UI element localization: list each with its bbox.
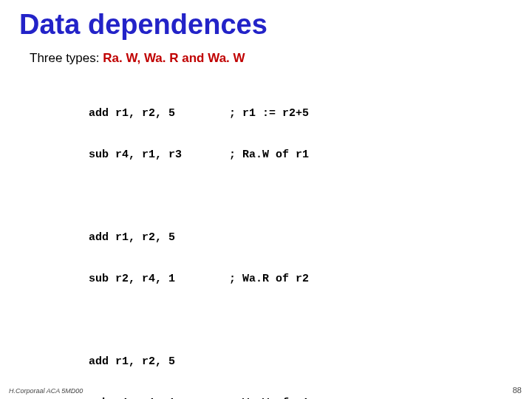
code-comment: ; r1 := r2+5: [229, 107, 309, 121]
code-line: add r1, r2, 5; r1 := r2+5: [89, 107, 517, 121]
code-instr: add r1, r2, 5: [89, 355, 229, 369]
code-comment: ; Wa.R of r2: [229, 273, 309, 287]
code-line: add r1, r2, 5: [89, 231, 517, 245]
code-block-3: add r1, r2, 5 sub r1, r1, 1; Wa.W of r1: [89, 327, 517, 399]
subtitle-types: Ra. W, Wa. R and Wa. W: [103, 51, 245, 65]
code-instr: sub r2, r4, 1: [89, 273, 229, 287]
code-instr: add r1, r2, 5: [89, 107, 229, 121]
subtitle-prefix: Three types:: [30, 51, 103, 65]
slide: Data dependences Three types: Ra. W, Wa.…: [0, 0, 532, 399]
code-area: add r1, r2, 5; r1 := r2+5 sub r4, r1, r3…: [89, 79, 517, 399]
code-instr: add r1, r2, 5: [89, 231, 229, 245]
code-block-1: add r1, r2, 5; r1 := r2+5 sub r4, r1, r3…: [89, 79, 517, 190]
code-line: sub r4, r1, r3; Ra.W of r1: [89, 149, 517, 163]
slide-title: Data dependences: [19, 9, 517, 41]
code-line: add r1, r2, 5: [89, 355, 517, 369]
subtitle: Three types: Ra. W, Wa. R and Wa. W: [30, 51, 517, 66]
page-number: 88: [513, 386, 522, 395]
code-block-2: add r1, r2, 5 sub r2, r4, 1; Wa.R of r2: [89, 203, 517, 314]
code-comment: ; Ra.W of r1: [229, 149, 309, 163]
code-line: sub r2, r4, 1; Wa.R of r2: [89, 273, 517, 287]
code-instr: sub r4, r1, r3: [89, 149, 229, 163]
footer-author: H.Corporaal ACA 5MD00: [9, 387, 83, 395]
